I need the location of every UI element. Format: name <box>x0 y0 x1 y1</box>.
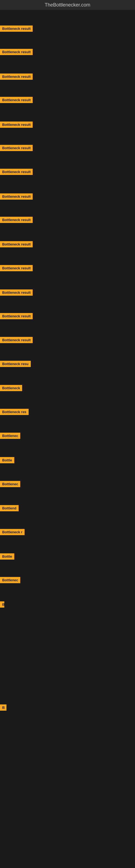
bottleneck-label: Bottlend <box>0 505 18 511</box>
bottleneck-result-item: Bottleneck result <box>0 241 33 248</box>
bottleneck-result-item: Bottleneck result <box>0 217 33 224</box>
bottleneck-label: Bottle <box>0 457 14 463</box>
bottleneck-result-item: Bottleneck <box>0 385 22 392</box>
bottleneck-label: Bottleneck result <box>0 97 33 103</box>
bottleneck-result-item: B <box>0 705 6 712</box>
bottleneck-label: Bottle <box>0 553 14 560</box>
bottleneck-label: Bottleneck result <box>0 26 33 32</box>
bottleneck-label: Bottleneck result <box>0 122 33 128</box>
bottleneck-label: Bottleneck result <box>0 265 33 271</box>
bottleneck-label: B <box>0 705 6 711</box>
bottleneck-result-item: Bottleneck result <box>0 49 33 56</box>
bottleneck-label: Bottlenec <box>0 577 20 583</box>
bottleneck-result-item: Bottleneck result <box>0 26 33 33</box>
bottleneck-label: Bottleneck result <box>0 73 33 80</box>
bottleneck-label: Bottlenec <box>0 433 20 439</box>
bottleneck-result-item: Bottlend <box>0 505 18 513</box>
bottleneck-result-item: Bottleneck result <box>0 145 33 152</box>
bottleneck-label: Bottleneck res <box>0 409 29 415</box>
bottleneck-result-item: Bottleneck r <box>0 529 25 536</box>
bottleneck-result-item: Bottleneck resu <box>0 361 31 368</box>
bottleneck-label: Bottleneck result <box>0 217 33 223</box>
bottleneck-label: B <box>0 601 4 608</box>
bottleneck-result-item: Bottlenec <box>0 577 20 584</box>
bottleneck-result-item: Bottlenec <box>0 481 20 488</box>
bottleneck-label: Bottleneck result <box>0 337 33 343</box>
bottleneck-result-item: Bottle <box>0 553 14 561</box>
bottleneck-label: Bottleneck result <box>0 145 33 151</box>
bottleneck-label: Bottleneck result <box>0 193 33 199</box>
bottleneck-result-item: Bottleneck result <box>0 337 33 344</box>
bottleneck-label: Bottleneck result <box>0 313 33 319</box>
bottleneck-result-item: B <box>0 601 4 609</box>
bottleneck-result-item: Bottleneck result <box>0 169 33 176</box>
bottleneck-result-item: Bottleneck result <box>0 313 33 320</box>
bottleneck-result-item: Bottleneck result <box>0 97 33 104</box>
site-title: TheBottlenecker.com <box>0 0 135 10</box>
bottleneck-label: Bottlenec <box>0 481 20 487</box>
bottleneck-result-item: Bottlenec <box>0 433 20 440</box>
bottleneck-result-item: Bottleneck result <box>0 73 33 81</box>
bottleneck-label: Bottleneck <box>0 385 22 391</box>
bottleneck-result-item: Bottleneck res <box>0 409 29 416</box>
bottleneck-result-item: Bottle <box>0 457 14 464</box>
bottleneck-result-item: Bottleneck result <box>0 289 33 297</box>
bottleneck-label: Bottleneck result <box>0 49 33 55</box>
bottleneck-label: Bottleneck result <box>0 241 33 247</box>
bottleneck-label: Bottleneck r <box>0 529 25 535</box>
bottleneck-result-item: Bottleneck result <box>0 122 33 129</box>
bottleneck-result-item: Bottleneck result <box>0 265 33 272</box>
bottleneck-label: Bottleneck resu <box>0 361 31 367</box>
bottleneck-label: Bottleneck result <box>0 169 33 175</box>
bottleneck-result-item: Bottleneck result <box>0 193 33 201</box>
bottleneck-label: Bottleneck result <box>0 289 33 296</box>
